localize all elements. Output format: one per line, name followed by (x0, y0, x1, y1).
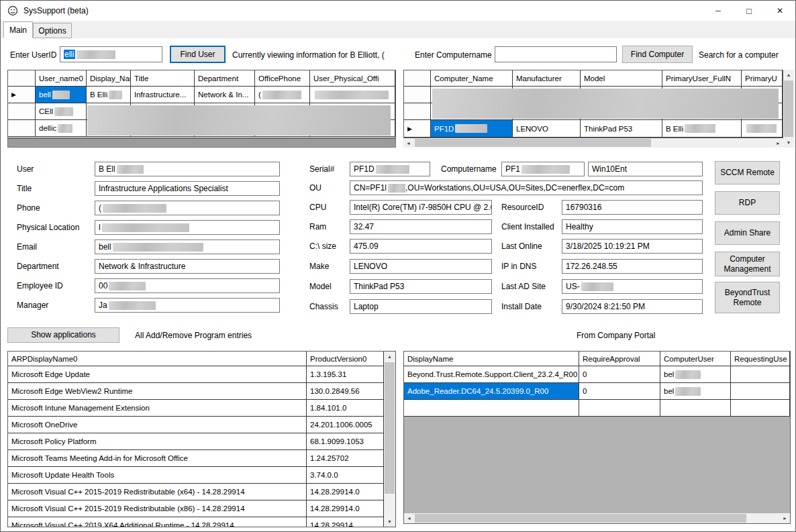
department-field[interactable]: Network & Infrastructure (95, 259, 280, 274)
grid-cell[interactable]: Microsoft OneDrive (8, 417, 307, 433)
grid-cell[interactable]: bell (36, 87, 87, 103)
col-department[interactable]: Department (195, 70, 255, 87)
grid-cell[interactable]: LENOVO (513, 120, 581, 138)
grid-cell[interactable]: Beyond.Trust.Remote.Support.Client_23.2.… (404, 366, 579, 383)
last-ad-site-field[interactable]: US- (562, 279, 703, 294)
scroll-down-icon[interactable]: ▼ (783, 138, 794, 148)
grid-cell[interactable]: CEll (36, 103, 87, 120)
grid-cell[interactable] (579, 400, 660, 417)
col-primary-user-fullname[interactable]: PrimaryUser_FullN (662, 70, 742, 87)
model-field[interactable]: ThinkPad P53 (350, 279, 492, 294)
col-requesting-user[interactable]: RequestingUse (731, 352, 790, 366)
grid-cell[interactable]: Microsoft Edge Update (8, 366, 307, 383)
grid-cell[interactable] (660, 400, 731, 417)
c-drive-size-field[interactable]: 475.09 (350, 239, 492, 254)
grid-cell[interactable] (731, 400, 790, 417)
row-header-cell[interactable] (404, 103, 431, 120)
maximize-button[interactable]: □ (734, 1, 764, 21)
scroll-left-icon[interactable]: ◄ (403, 138, 413, 148)
client-installed-field[interactable]: Healthy (562, 219, 703, 234)
grid-corner-cell[interactable] (8, 70, 36, 87)
scroll-left-icon[interactable]: ◄ (404, 513, 414, 523)
grid-cell[interactable]: Microsoft Intune Management Extension (8, 400, 307, 417)
computer-management-button[interactable]: Computer Management (715, 252, 780, 276)
grid-cell[interactable]: 130.0.2849.56 (307, 383, 384, 400)
grid-cell[interactable]: 14.28.29914 (307, 517, 384, 527)
email-field[interactable]: bell (95, 240, 280, 254)
grid-cell[interactable]: Infrastructure... (131, 87, 195, 103)
grid-cell[interactable]: 1.24.25702 (307, 450, 384, 467)
col-computer-name[interactable]: Computer_Name (431, 70, 513, 87)
grid-cell[interactable]: ( (255, 87, 310, 103)
col-display-name[interactable]: DisplayName (404, 352, 579, 366)
row-header-cell[interactable] (8, 103, 36, 120)
col-user-name0[interactable]: User_name0 (36, 70, 87, 87)
row-header-cell[interactable] (8, 120, 36, 137)
title-field[interactable]: Infrastructure Applications Specialist (95, 181, 280, 196)
close-button[interactable]: ✕ (764, 1, 795, 21)
scrollbar-thumb[interactable] (385, 362, 395, 494)
grid-cell[interactable]: bel (660, 383, 731, 400)
grid-cell[interactable] (404, 400, 579, 417)
rdp-button[interactable]: RDP (715, 191, 780, 215)
computers-grid-hscrollbar[interactable]: ◄ ► (403, 138, 783, 148)
last-online-field[interactable]: 3/18/2025 10:19:21 PM (562, 239, 703, 254)
grid-cell[interactable]: B Elli (87, 87, 131, 103)
col-computer-user[interactable]: ComputerUser (660, 352, 731, 366)
grid-corner-cell[interactable] (404, 70, 431, 87)
col-model[interactable]: Model (581, 70, 662, 87)
user-field[interactable]: B Ell (95, 162, 280, 176)
employee-id-field[interactable]: 00 (95, 278, 280, 293)
arp-grid-vscrollbar[interactable]: ▲ ▼ (384, 352, 395, 527)
grid-cell[interactable]: 14.28.29914.0 (307, 500, 384, 517)
os-edition-field[interactable]: Win10Ent (588, 162, 703, 176)
col-title[interactable]: Title (131, 70, 195, 87)
col-require-approval[interactable]: RequireApproval (579, 352, 660, 366)
scrollbar-thumb[interactable] (784, 81, 793, 137)
minimize-button[interactable]: ─ (703, 1, 734, 21)
grid-cell[interactable]: 0 (579, 366, 660, 383)
tab-options[interactable]: Options (33, 23, 72, 38)
grid-cell[interactable]: 24.201.1006.0005 (307, 417, 384, 433)
scroll-down-icon[interactable]: ▼ (384, 517, 395, 527)
scrollbar-thumb[interactable] (415, 139, 651, 147)
scroll-right-icon[interactable]: ► (780, 513, 790, 523)
ram-field[interactable]: 32.47 (350, 219, 492, 234)
col-office-phone[interactable]: OfficePhone (255, 70, 310, 87)
col-physical-office[interactable]: User_Physical_Offi (310, 70, 395, 87)
tab-main[interactable]: Main (3, 21, 33, 38)
grid-cell[interactable]: Adobe_Reader.DC64_24.5.20399.0_R00 (404, 383, 579, 400)
resource-id-field[interactable]: 16790316 (562, 200, 703, 215)
col-product-version[interactable]: ProductVersion0 (307, 352, 384, 366)
grid-cell[interactable]: 3.74.0.0 (307, 467, 384, 484)
grid-cell[interactable]: Microsoft Edge WebView2 Runtime (8, 383, 307, 400)
row-header-cell[interactable]: ▶ (404, 120, 431, 138)
scroll-up-icon[interactable]: ▲ (783, 70, 794, 80)
portal-grid-hscrollbar[interactable]: ◄ ► (404, 513, 790, 523)
sccm-remote-button[interactable]: SCCM Remote (715, 161, 780, 184)
find-computer-button[interactable]: Find Computer (622, 46, 693, 63)
grid-cell[interactable]: PF1D (431, 120, 513, 138)
col-manufacturer[interactable]: Manufacturer (513, 70, 581, 87)
grid-cell[interactable]: bel (660, 366, 731, 383)
ou-field[interactable]: CN=PF1l,OU=Workstations,OU=USA,OU=Sites,… (350, 180, 703, 195)
grid-cell[interactable]: dellic (36, 120, 87, 137)
phone-field[interactable]: ( (95, 201, 280, 215)
manager-field[interactable]: Ja (95, 298, 280, 313)
grid-cell[interactable]: 0 (579, 383, 660, 400)
row-header-cell[interactable] (404, 87, 431, 103)
grid-cell[interactable]: Network & In... (195, 87, 255, 103)
grid-cell[interactable]: 1.3.195.31 (307, 366, 384, 383)
grid-cell[interactable] (310, 87, 395, 103)
computername-input[interactable] (495, 46, 617, 62)
grid-cell[interactable]: Microsoft Update Health Tools (8, 467, 307, 484)
grid-cell[interactable]: B Elli (662, 120, 742, 138)
scroll-up-icon[interactable]: ▲ (384, 352, 395, 362)
make-field[interactable]: LENOVO (350, 259, 492, 274)
computername-field[interactable]: PF1 (501, 162, 585, 176)
scrollbar-thumb[interactable] (415, 514, 746, 523)
grid-cell[interactable] (731, 383, 790, 400)
userid-input[interactable]: elli (60, 46, 162, 62)
grid-cell[interactable]: Microsoft Policy Platform (8, 433, 307, 450)
grid-cell[interactable]: Microsoft Visual C++ 2015-2019 Redistrib… (8, 484, 307, 500)
